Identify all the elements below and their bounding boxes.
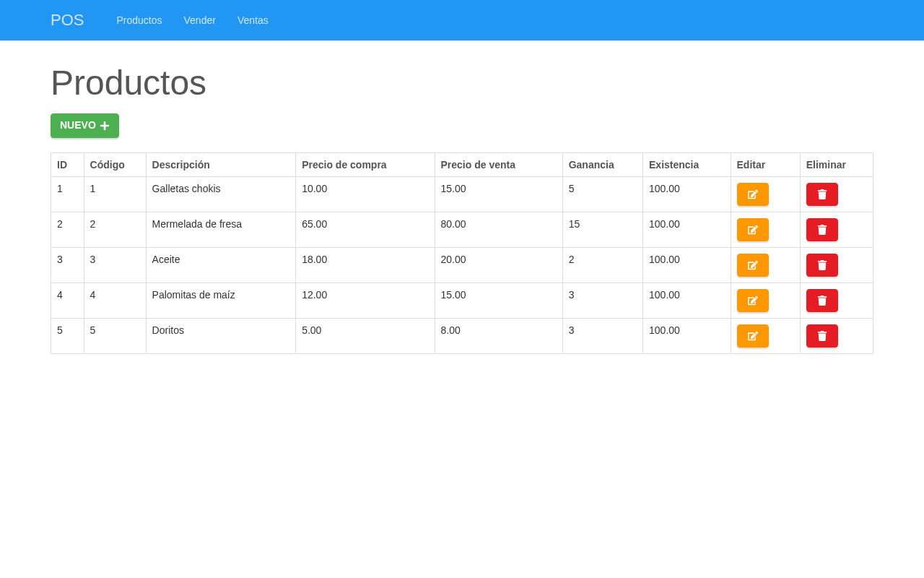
cell-id: 2 (51, 212, 84, 247)
cell-descripcion: Doritos (146, 318, 296, 353)
header-ganancia: Ganancia (562, 152, 642, 176)
header-descripcion: Descripción (146, 152, 296, 176)
edit-button[interactable] (737, 289, 769, 312)
edit-icon (748, 260, 758, 270)
cell-ganancia: 3 (562, 318, 642, 353)
cell-codigo: 3 (84, 247, 146, 282)
header-codigo: Código (84, 152, 146, 176)
header-eliminar: Eliminar (800, 152, 873, 176)
table-row: 22Mermelada de fresa65.0080.0015100.00 (51, 212, 873, 247)
cell-precio-venta: 15.00 (435, 176, 562, 212)
cell-existencia: 100.00 (643, 176, 731, 212)
cell-descripcion: Mermelada de fresa (146, 212, 296, 247)
edit-icon (748, 225, 758, 235)
cell-ganancia: 2 (562, 247, 642, 282)
trash-icon (817, 260, 827, 270)
navbar-nav: Productos Vender Ventas (105, 4, 279, 37)
cell-id: 3 (51, 247, 84, 282)
cell-editar (731, 282, 800, 318)
cell-existencia: 100.00 (643, 318, 731, 353)
cell-existencia: 100.00 (643, 282, 731, 318)
page-title: Productos (51, 63, 873, 103)
cell-existencia: 100.00 (643, 247, 731, 282)
cell-descripcion: Galletas chokis (146, 176, 296, 212)
cell-codigo: 4 (84, 282, 146, 318)
navbar: POS Productos Vender Ventas (0, 0, 924, 41)
header-existencia: Existencia (643, 152, 731, 176)
edit-button[interactable] (737, 218, 769, 241)
nav-link-vender[interactable]: Vender (173, 4, 227, 37)
cell-descripcion: Aceite (146, 247, 296, 282)
cell-precio-compra: 65.00 (296, 212, 435, 247)
cell-eliminar (800, 282, 873, 318)
nav-link-productos[interactable]: Productos (105, 4, 173, 37)
table-row: 55Doritos5.008.003100.00 (51, 318, 873, 353)
cell-ganancia: 5 (562, 176, 642, 212)
delete-button[interactable] (806, 183, 838, 206)
table-row: 44Palomitas de maíz12.0015.003100.00 (51, 282, 873, 318)
navbar-brand[interactable]: POS (51, 0, 95, 40)
header-id: ID (51, 152, 84, 176)
plus-icon (100, 121, 110, 131)
header-editar: Editar (731, 152, 800, 176)
cell-precio-venta: 8.00 (435, 318, 562, 353)
table-row: 33Aceite18.0020.002100.00 (51, 247, 873, 282)
cell-id: 4 (51, 282, 84, 318)
trash-icon (817, 189, 827, 199)
cell-ganancia: 3 (562, 282, 642, 318)
cell-id: 1 (51, 176, 84, 212)
edit-icon (748, 189, 758, 199)
cell-existencia: 100.00 (643, 212, 731, 247)
header-precio-venta: Precio de venta (435, 152, 562, 176)
cell-editar (731, 318, 800, 353)
new-product-button[interactable]: NUEVO (51, 113, 119, 138)
cell-id: 5 (51, 318, 84, 353)
cell-precio-compra: 18.00 (296, 247, 435, 282)
cell-precio-venta: 20.00 (435, 247, 562, 282)
edit-button[interactable] (737, 254, 769, 277)
products-table: ID Código Descripción Precio de compra P… (51, 152, 873, 354)
cell-editar (731, 247, 800, 282)
table-header-row: ID Código Descripción Precio de compra P… (51, 152, 873, 176)
delete-button[interactable] (806, 324, 838, 348)
cell-ganancia: 15 (562, 212, 642, 247)
edit-button[interactable] (737, 324, 769, 348)
delete-button[interactable] (806, 254, 838, 277)
cell-codigo: 5 (84, 318, 146, 353)
cell-eliminar (800, 318, 873, 353)
new-product-button-label: NUEVO (60, 118, 96, 133)
cell-eliminar (800, 247, 873, 282)
trash-icon (817, 225, 827, 235)
cell-codigo: 2 (84, 212, 146, 247)
edit-icon (748, 296, 758, 306)
cell-precio-compra: 5.00 (296, 318, 435, 353)
edit-button[interactable] (737, 183, 769, 206)
cell-eliminar (800, 176, 873, 212)
nav-link-ventas[interactable]: Ventas (227, 4, 279, 37)
cell-eliminar (800, 212, 873, 247)
cell-editar (731, 176, 800, 212)
trash-icon (817, 331, 827, 341)
cell-codigo: 1 (84, 176, 146, 212)
cell-descripcion: Palomitas de maíz (146, 282, 296, 318)
table-row: 11Galletas chokis10.0015.005100.00 (51, 176, 873, 212)
cell-precio-venta: 15.00 (435, 282, 562, 318)
trash-icon (817, 296, 827, 306)
delete-button[interactable] (806, 218, 838, 241)
cell-editar (731, 212, 800, 247)
edit-icon (748, 331, 758, 341)
cell-precio-venta: 80.00 (435, 212, 562, 247)
header-precio-compra: Precio de compra (296, 152, 435, 176)
cell-precio-compra: 12.00 (296, 282, 435, 318)
delete-button[interactable] (806, 289, 838, 312)
cell-precio-compra: 10.00 (296, 176, 435, 212)
